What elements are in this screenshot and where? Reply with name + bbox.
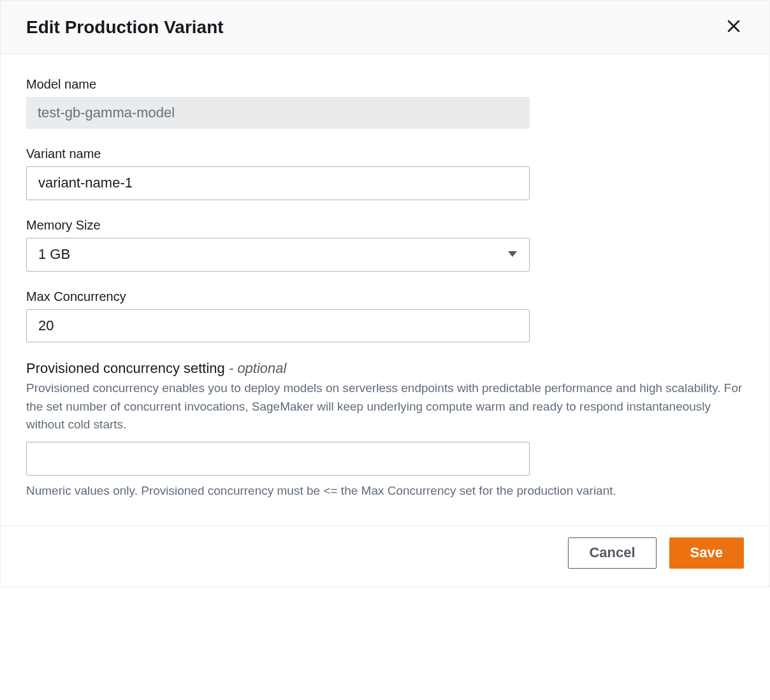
model-name-field: test-gb-gamma-model (26, 97, 530, 129)
edit-production-variant-modal: Edit Production Variant Model name test-… (0, 0, 770, 587)
provisioned-concurrency-input[interactable] (26, 442, 530, 476)
model-name-group: Model name test-gb-gamma-model (26, 77, 744, 129)
close-icon (726, 18, 741, 36)
provisioned-concurrency-group: Provisioned concurrency setting - option… (26, 360, 744, 500)
max-concurrency-group: Max Concurrency (26, 289, 744, 343)
memory-size-label: Memory Size (26, 218, 744, 233)
modal-footer: Cancel Save (1, 525, 769, 586)
provisioned-concurrency-heading: Provisioned concurrency setting - option… (26, 360, 744, 377)
provisioned-concurrency-label: Provisioned concurrency setting (26, 360, 225, 376)
variant-name-label: Variant name (26, 147, 744, 161)
provisioned-concurrency-description: Provisioned concurrency enables you to d… (26, 379, 744, 434)
modal-title: Edit Production Variant (26, 17, 224, 38)
max-concurrency-label: Max Concurrency (26, 289, 744, 304)
modal-body: Model name test-gb-gamma-model Variant n… (1, 54, 769, 525)
memory-size-select-wrapper: 1 GB (26, 238, 530, 272)
memory-size-group: Memory Size 1 GB (26, 218, 744, 272)
model-name-label: Model name (26, 77, 744, 92)
close-button[interactable] (723, 16, 744, 38)
provisioned-concurrency-optional: - optional (225, 360, 287, 376)
variant-name-input[interactable] (26, 166, 530, 200)
modal-header: Edit Production Variant (1, 1, 769, 54)
variant-name-group: Variant name (26, 147, 744, 200)
max-concurrency-input[interactable] (26, 309, 530, 343)
save-button[interactable]: Save (669, 537, 744, 568)
cancel-button[interactable]: Cancel (568, 537, 656, 568)
provisioned-concurrency-hint: Numeric values only. Provisioned concurr… (26, 482, 744, 500)
memory-size-select[interactable]: 1 GB (26, 238, 530, 272)
